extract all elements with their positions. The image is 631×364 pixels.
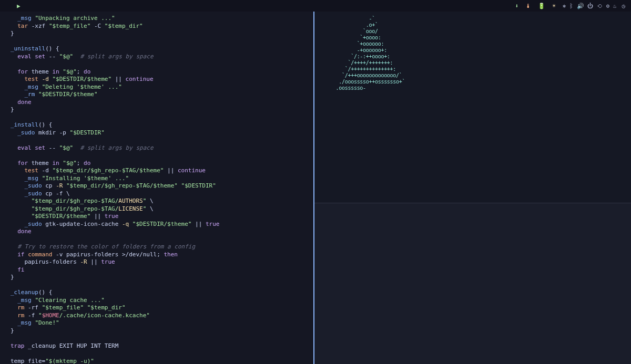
tray-icons[interactable]: ⎈ ᛒ 🔊 ⏻ ⟲ ⚙ ♨ <box>563 3 617 9</box>
terminal-neofetch[interactable]: -` .o+` `ooo/ `+oooo: `+oooooo: -+oooooo… <box>314 12 631 203</box>
battery-2: ☀ <box>552 3 557 9</box>
status-tray: ⬇ 🌡 🔋 ☀ ⎈ ᛒ 🔊 ⏻ ⟲ ⚙ ♨ ◷ <box>515 3 627 9</box>
code-content: _msg "Unpacking archive ..." tar -xzf "$… <box>11 15 308 364</box>
temp-stat: 🌡 <box>525 3 533 9</box>
battery-1: 🔋 <box>538 3 547 9</box>
clock: ◷ <box>622 3 627 9</box>
top-bar: ▶ ⬇ 🌡 🔋 ☀ ⎈ ᛒ 🔊 ⏻ ⟲ ⚙ ♨ ◷ <box>0 0 631 12</box>
net-stat: ⬇ <box>515 3 521 9</box>
editor-pane[interactable]: _msg "Unpacking archive ..." tar -xzf "$… <box>0 12 313 364</box>
now-playing[interactable]: ▶ <box>17 3 23 9</box>
ascii-art: -` .o+` `ooo/ `+oooo: `+oooooo: -+oooooo… <box>321 16 405 199</box>
